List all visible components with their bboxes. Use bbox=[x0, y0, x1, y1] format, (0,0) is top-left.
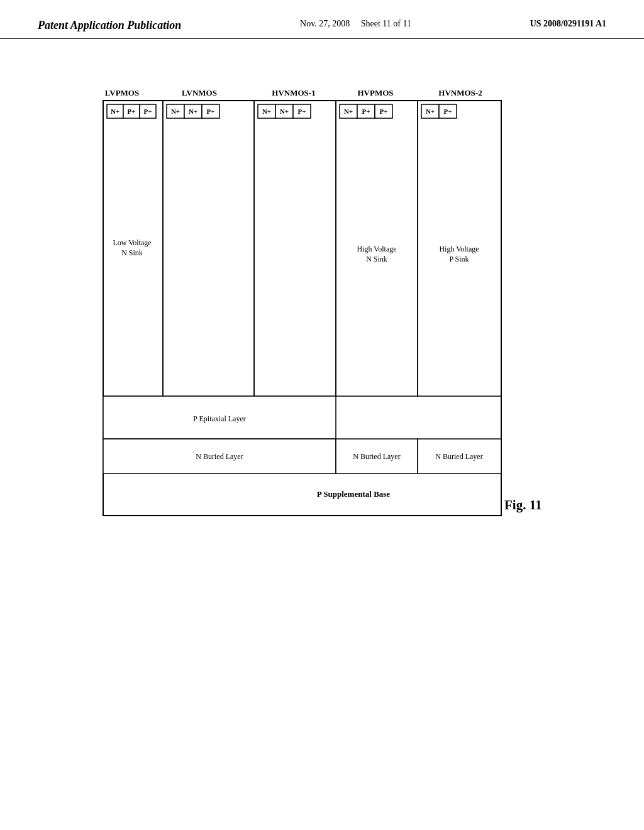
n-buried-hvnmos2: N Buried Layer bbox=[435, 452, 482, 461]
cell-hvpmos-pp1: P+ bbox=[362, 108, 370, 115]
cell-lvpmos-pp1: P+ bbox=[128, 108, 136, 115]
cell-lvpmos-pp2: P+ bbox=[144, 108, 152, 115]
cell-lvpmos-np: N+ bbox=[111, 108, 119, 115]
publication-title: Patent Application Publication bbox=[38, 19, 181, 32]
cell-hvpmos-pp2: P+ bbox=[380, 108, 388, 115]
diagram-area: LVPMOS LVNMOS HVNMOS-1 HVPMOS HVNMOS-2 N… bbox=[0, 50, 644, 830]
main-diagram-svg: LVPMOS LVNMOS HVNMOS-1 HVPMOS HVNMOS-2 N… bbox=[102, 82, 542, 648]
label-hvnmos2: HVNMOS-2 bbox=[438, 88, 482, 97]
hv-n-sink-text-2: N Sink bbox=[366, 255, 387, 263]
diagram-inner: LVPMOS LVNMOS HVNMOS-1 HVPMOS HVNMOS-2 N… bbox=[102, 82, 542, 650]
cell-lvnmos-pp: P+ bbox=[207, 108, 215, 115]
cell-hvpmos-np: N+ bbox=[344, 108, 353, 115]
label-lvpmos: LVPMOS bbox=[105, 88, 139, 97]
hv-p-sink-text-2: P Sink bbox=[449, 255, 469, 263]
page-header: Patent Application Publication Nov. 27, … bbox=[0, 0, 644, 39]
label-lvnmos: LVNMOS bbox=[182, 88, 217, 97]
label-hvpmos: HVPMOS bbox=[357, 88, 393, 97]
cell-hvnmos1-np1: N+ bbox=[262, 108, 271, 115]
hv-n-sink-text-1: High Voltage bbox=[357, 245, 396, 253]
cell-hvnmos2-np: N+ bbox=[426, 108, 435, 115]
fig-label: Fig. 11 bbox=[504, 497, 542, 512]
low-voltage-text-1: Low Voltage bbox=[113, 238, 151, 247]
p-epitaxial-text: P Epitaxial Layer bbox=[193, 414, 246, 423]
cell-hvnmos1-pp: P+ bbox=[298, 108, 306, 115]
n-buried-hvpmos: N Buried Layer bbox=[353, 452, 400, 461]
cell-lvnmos-np1: N+ bbox=[171, 108, 180, 115]
cell-hvnmos1-np2: N+ bbox=[280, 108, 289, 115]
publication-date: Nov. 27, 2008 bbox=[300, 19, 350, 28]
sheet-info: Sheet 11 of 11 bbox=[361, 19, 411, 28]
header-center: Nov. 27, 2008 Sheet 11 of 11 bbox=[300, 19, 411, 29]
cell-lvnmos-np2: N+ bbox=[189, 108, 197, 115]
label-hvnmos1: HVNMOS-1 bbox=[272, 88, 315, 97]
p-supplemental-label: P Supplemental Base bbox=[317, 489, 391, 499]
cell-hvnmos2-pp: P+ bbox=[444, 108, 452, 115]
n-buried-left: N Buried Layer bbox=[196, 452, 243, 461]
hv-p-sink-text-1: High Voltage bbox=[439, 245, 479, 253]
low-voltage-text-2: N Sink bbox=[121, 248, 143, 257]
patent-number: US 2008/0291191 A1 bbox=[530, 19, 606, 29]
